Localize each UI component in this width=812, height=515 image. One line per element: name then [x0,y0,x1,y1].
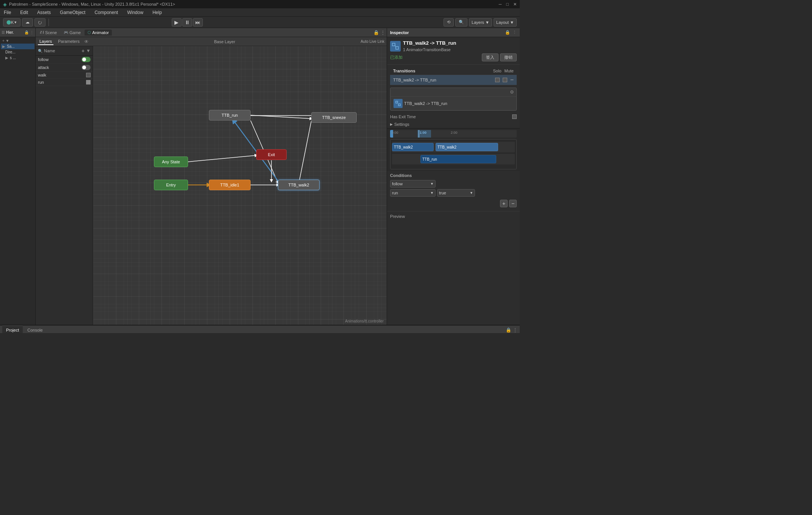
tab-project[interactable]: Project [2,326,23,333]
transition-item[interactable]: TTB_walk2 -> TTB_run − [390,75,517,85]
title-bar: ◈ Patrolmen - SampleScene - Windows, Mac… [0,0,520,8]
auto-live-link[interactable]: Auto Live Link [361,39,384,44]
clip-ttb-run[interactable]: TTB_run [420,155,496,163]
node-ttb-sneeze[interactable]: TTB_sneeze [311,112,357,123]
panel-controls: 🔒 ⋮ [373,30,385,35]
inspector-label: Inspector [390,30,409,35]
condition-add-btn[interactable]: + [500,200,508,207]
hierarchy-item-dire[interactable]: Dire... [1,49,34,55]
play-button[interactable]: ▶ [172,18,182,27]
pause-button[interactable]: ⏸ [182,18,192,27]
param-follow: follow [36,56,93,64]
tab-layers[interactable]: Layers [38,38,53,45]
collab-btn[interactable]: ⭮ [34,18,45,27]
menu-help[interactable]: Help [151,9,163,16]
cancel-btn[interactable]: 撤销 [500,53,517,61]
node-ttb-idle1[interactable]: TTB_idle1 [209,180,251,190]
hierarchy-item-sa[interactable]: ▶ Sa... [1,44,34,49]
bottom-panel: Project Console 🔒 ⋮ + ▼ ★ Favorites 🔍 Al… [0,325,520,333]
condition-row-2: run ▼ true ▼ [390,189,517,197]
trans-solo-check[interactable] [495,78,500,82]
param-walk-checkbox[interactable] [86,73,91,77]
params-search-icon: 🔍 [38,49,42,53]
ruler-tick-1: 1:00 [420,131,426,135]
menu-file[interactable]: File [2,9,13,16]
has-exit-time-checkbox[interactable] [512,114,517,119]
bottom-lock-icon[interactable]: 🔒 [506,327,511,333]
node-entry[interactable]: Entry [154,180,188,190]
menu-edit[interactable]: Edit [19,9,30,16]
account-dropdown[interactable]: ⬤ K ▼ [3,18,20,27]
panel-tabs-row: ⛙ Scene 🎮 Game ⬡ Animator 🔒 ⋮ [36,28,387,37]
step-button[interactable]: ⏭ [193,18,203,27]
param-attack-toggle[interactable] [82,65,91,70]
animator-label: Animator [92,30,109,35]
condition-remove-btn[interactable]: − [509,200,517,207]
inspector-btns: 签入 撤销 [482,53,517,61]
condition-2-field-label: run [392,191,398,195]
condition-2-field[interactable]: run ▼ [390,189,436,197]
animator-canvas[interactable]: TTB_run TTB_sneeze Any State Exit Entry [93,46,387,325]
inspector-more-icon[interactable]: ⋮ [513,30,517,35]
inspector-title-row: TTB_walk2 -> TTB_run 1 AnimatorTransitio… [390,40,517,52]
menu-gameobject[interactable]: GameObject [58,9,87,16]
menu-component[interactable]: Component [93,9,119,16]
condition-row-1: follow ▼ [390,180,517,188]
tab-game[interactable]: 🎮 Game [61,30,84,36]
clip-ttb-run-label: TTB_run [422,157,437,161]
sign-in-btn[interactable]: 签入 [482,53,498,61]
inspector-lock-icon[interactable]: 🔒 [505,30,510,35]
menu-assets[interactable]: Assets [36,9,52,16]
param-run-name: run [38,80,85,85]
condition-1-field[interactable]: follow ▼ [390,180,436,188]
trans-minus-btn[interactable]: − [510,77,514,83]
window-title: Patrolmen - SampleScene - Windows, Mac, … [9,2,175,6]
settings-collapse[interactable]: ▶ Settings [387,121,520,128]
params-tab-label: Parameters [58,39,80,44]
tab-scene[interactable]: ⛙ Scene [37,30,60,36]
window-controls[interactable]: ─ □ ✕ [499,2,517,7]
maximize-btn[interactable]: □ [506,2,509,7]
panel-lock-icon[interactable]: 🔒 [373,30,379,35]
trans-mute-check[interactable] [503,78,507,82]
tab-animator[interactable]: ⬡ Animator [85,30,112,36]
minimize-btn[interactable]: ─ [499,2,502,7]
cloud-btn[interactable]: ☁ [22,18,33,27]
bottom-more-icon[interactable]: ⋮ [513,327,517,333]
param-run-checkbox[interactable] [86,80,91,85]
transition-detail-svg [395,101,401,106]
gear-icon[interactable]: ⚙ [510,89,514,95]
app-icon: ◈ [3,2,7,7]
tab-parameters[interactable]: Parameters [56,38,81,45]
hierarchy-item-s[interactable]: ▶ s ... [1,55,34,61]
clip-ttb-walk2-1[interactable]: TTB_walk2 [392,143,434,151]
node-ttb-run[interactable]: TTB_run [209,110,251,121]
tab-console[interactable]: Console [24,326,46,333]
transition-item-name: TTB_walk2 -> TTB_run [393,78,494,82]
params-add-btn[interactable]: + [82,48,85,54]
condition-2-val[interactable]: true ▼ [437,189,475,197]
search-btn[interactable]: 🔍 [455,18,467,27]
close-btn[interactable]: ✕ [513,2,517,7]
history-btn[interactable]: ⟲ [444,18,454,27]
layout-label: Layout ▼ [496,20,514,25]
node-any-state[interactable]: Any State [154,157,188,167]
layers-dropdown[interactable]: Layers ▼ [469,18,492,27]
layout-dropdown[interactable]: Layout ▼ [494,18,517,27]
console-tab-label: Console [27,328,42,332]
clip-ttb-walk2-2[interactable]: TTB_walk2 [436,143,498,151]
panel-more-icon[interactable]: ⋮ [381,30,385,35]
node-ttb-walk2[interactable]: TTB_walk2 [278,180,320,190]
hierarchy-add[interactable]: + ▼ [1,38,34,44]
hierarchy-more[interactable]: ⋮ [30,30,34,34]
node-exit[interactable]: Exit [256,149,287,160]
animator-main: 🔍 Name + ▼ follow attack walk [36,46,387,325]
params-more-btn[interactable]: ▼ [86,48,91,53]
menu-window[interactable]: Window [125,9,145,16]
transitions-label: Transitions [393,69,493,73]
controller-path: Animations/tt.controller [345,319,384,323]
hierarchy-content: + ▼ ▶ Sa... Dire... ▶ s ... [0,37,35,325]
param-follow-toggle[interactable] [82,57,91,62]
svg-rect-13 [398,104,400,106]
has-exit-time-label: Has Exit Time [390,114,416,119]
